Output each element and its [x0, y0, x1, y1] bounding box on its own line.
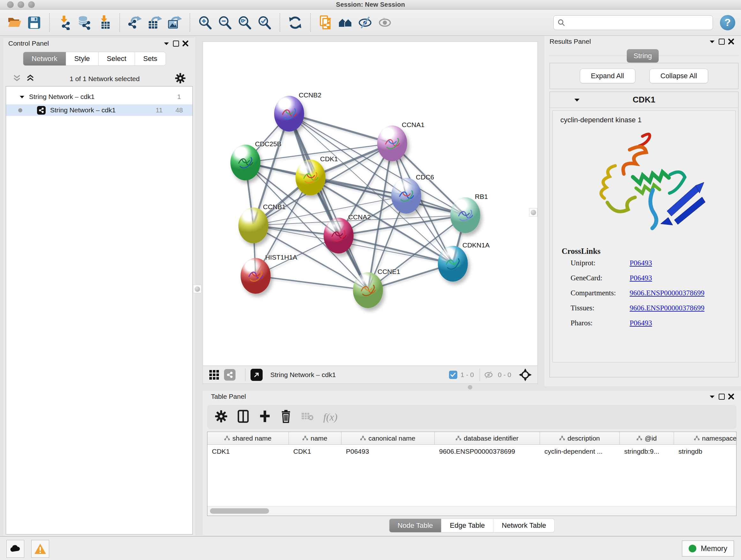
- show-network-overview-button[interactable]: [336, 13, 355, 33]
- results-panel-menu-button[interactable]: [707, 37, 717, 46]
- graph-node-CDK1[interactable]: [295, 160, 326, 195]
- crosslink-link[interactable]: 9606.ENSP00000378699: [630, 289, 704, 297]
- column-header--id[interactable]: @id: [620, 432, 674, 444]
- column-header-name[interactable]: name: [289, 432, 341, 444]
- crosslink-link[interactable]: P06493: [630, 274, 652, 282]
- search-box[interactable]: [553, 15, 713, 30]
- zoom-fit-content-button[interactable]: [235, 13, 255, 33]
- create-column-button[interactable]: [259, 410, 271, 424]
- tab-select[interactable]: Select: [98, 52, 135, 66]
- column-header-description[interactable]: description: [540, 432, 620, 444]
- hide-selected-button[interactable]: [355, 13, 375, 33]
- chevron-down-icon: [164, 42, 169, 45]
- graph-node-CCNB1[interactable]: [239, 207, 268, 243]
- tab-network-table[interactable]: Network Table: [493, 518, 555, 533]
- graph-node-CCNE1[interactable]: [353, 272, 383, 308]
- results-tab-string[interactable]: String: [627, 49, 659, 63]
- hide-selected-icon: [358, 15, 373, 30]
- table-options-button[interactable]: [215, 410, 227, 424]
- help-button[interactable]: ?: [720, 15, 735, 30]
- crosslink-link[interactable]: P06493: [630, 319, 652, 327]
- selected-nodes-checkbox[interactable]: [449, 371, 457, 379]
- network-collection-row[interactable]: String Network – cdk1 1: [6, 91, 192, 103]
- expand-all-networks-button[interactable]: [26, 74, 35, 83]
- table-panel-float-button[interactable]: [717, 392, 726, 401]
- memory-status-dot: [689, 545, 696, 552]
- network-options-button[interactable]: [175, 73, 186, 85]
- table-row[interactable]: CDK1CDK1P064939606.ENSP00000378699cyclin…: [207, 445, 736, 458]
- column-header-shared-name[interactable]: shared name: [207, 432, 289, 444]
- refresh-button[interactable]: [285, 13, 305, 33]
- show-all-button[interactable]: [375, 13, 395, 33]
- tab-edge-table[interactable]: Edge Table: [442, 518, 494, 533]
- graph-node-RB1[interactable]: [450, 197, 480, 233]
- cloud-status-button[interactable]: [6, 540, 24, 558]
- export-network-button[interactable]: [125, 13, 145, 33]
- collapse-entry-icon[interactable]: [574, 98, 580, 102]
- collapse-all-networks-button[interactable]: [13, 74, 21, 83]
- left-divider-handle[interactable]: [193, 285, 201, 293]
- graph-node-CDC6[interactable]: [391, 178, 421, 213]
- import-table-from-file-button[interactable]: [94, 13, 114, 33]
- show-column-button[interactable]: [237, 410, 249, 424]
- collapse-all-button[interactable]: Collapse All: [650, 69, 709, 83]
- crosslink-link[interactable]: P06493: [630, 259, 652, 267]
- column-type-icon: [559, 436, 565, 441]
- tab-node-table[interactable]: Node Table: [389, 518, 442, 533]
- crosslink-link[interactable]: 9606.ENSP00000378699: [630, 304, 704, 312]
- table-panel-close-button[interactable]: [726, 392, 736, 401]
- graph-node-CCNA2[interactable]: [324, 218, 354, 253]
- network-row-selected[interactable]: String Network – cdk1 11 48: [6, 105, 192, 116]
- graph-node-CDKN1A[interactable]: [438, 246, 468, 282]
- network-edges: [203, 42, 537, 366]
- warnings-button[interactable]: [31, 540, 49, 558]
- table-hscrollbar[interactable]: [207, 506, 736, 516]
- graph-node-CDC25B[interactable]: [230, 145, 260, 180]
- open-session-button[interactable]: [4, 13, 24, 33]
- right-divider-handle[interactable]: [529, 208, 537, 216]
- tab-network[interactable]: Network: [23, 52, 66, 66]
- export-table-icon: [147, 15, 162, 30]
- bottom-divider-handle[interactable]: [468, 385, 472, 389]
- results-panel-float-button[interactable]: [717, 37, 726, 46]
- memory-button[interactable]: Memory: [682, 541, 734, 557]
- graph-node-CCNA1[interactable]: [377, 125, 407, 161]
- clone-network-button[interactable]: [316, 13, 336, 33]
- column-header-canonical-name[interactable]: canonical name: [341, 432, 434, 444]
- expand-all-button[interactable]: Expand All: [580, 69, 635, 83]
- save-session-button[interactable]: [24, 13, 44, 33]
- crosshair-icon: [519, 368, 532, 381]
- grid-view-button[interactable]: [209, 369, 219, 380]
- table-cell: cyclin-dependent ...: [540, 445, 620, 458]
- control-panel-float-button[interactable]: [171, 39, 181, 48]
- close-icon: [728, 38, 734, 45]
- export-image-button[interactable]: [165, 13, 185, 33]
- search-input[interactable]: [568, 19, 709, 26]
- table-panel-menu-button[interactable]: [707, 392, 717, 401]
- tree-expander-icon[interactable]: [19, 95, 24, 99]
- detach-view-button[interactable]: [251, 369, 263, 381]
- zoom-out-button[interactable]: [215, 13, 235, 33]
- hidden-toggle-button[interactable]: [483, 370, 494, 380]
- delete-column-button[interactable]: [280, 410, 291, 424]
- control-panel-menu-button[interactable]: [161, 39, 171, 48]
- tab-style[interactable]: Style: [66, 52, 98, 66]
- network-view-button[interactable]: [224, 369, 235, 381]
- import-network-from-database-button[interactable]: [75, 13, 94, 33]
- graph-node-CCNB2[interactable]: [274, 96, 304, 132]
- tab-sets[interactable]: Sets: [135, 52, 166, 66]
- zoom-selected-button[interactable]: [255, 13, 274, 33]
- table-cell: stringdb: [674, 445, 737, 458]
- chevron-down-icon: [710, 395, 715, 398]
- column-header-database-identifier[interactable]: database identifier: [434, 432, 540, 444]
- control-panel-close-button[interactable]: [181, 39, 190, 48]
- results-panel-close-button[interactable]: [726, 37, 736, 46]
- network-canvas[interactable]: CCNB2 CCNA1 CDC25B CDK1 CDC6 RB1CCN: [203, 42, 537, 366]
- column-header-namespace[interactable]: namespace: [674, 432, 737, 444]
- export-table-button[interactable]: [145, 13, 165, 33]
- graph-node-HIST1H1A[interactable]: [241, 258, 271, 294]
- scrollbar-thumb[interactable]: [210, 508, 269, 514]
- import-network-from-file-button[interactable]: [55, 13, 75, 33]
- birdseye-toggle-button[interactable]: [519, 368, 532, 381]
- zoom-in-button[interactable]: [195, 13, 215, 33]
